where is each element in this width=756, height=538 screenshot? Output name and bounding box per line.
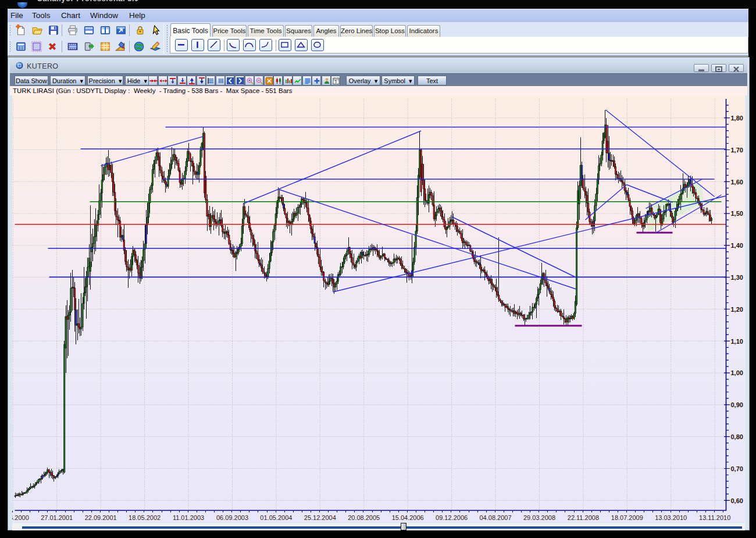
svg-text:1,00: 1,00 [730,369,743,376]
svg-text:03.06.2000: 03.06.2000 [12,514,29,521]
svg-text:18.05.2002: 18.05.2002 [129,514,161,521]
svg-text:13.03.2010: 13.03.2010 [655,514,687,521]
svg-text:18.07.2009: 18.07.2009 [611,514,643,521]
svg-text:1,20: 1,20 [730,306,743,313]
svg-text:09.12.2006: 09.12.2006 [436,514,468,521]
svg-text:20.08.2005: 20.08.2005 [348,514,380,521]
svg-text:22.11.2008: 22.11.2008 [567,514,598,521]
svg-text:22.09.2001: 22.09.2001 [84,514,116,521]
svg-text:1,50: 1,50 [730,210,743,217]
svg-text:0,60: 0,60 [730,497,743,504]
svg-text:1,10: 1,10 [730,338,743,345]
svg-text:0,80: 0,80 [730,433,743,440]
svg-text:29.03.2008: 29.03.2008 [523,514,555,521]
svg-text:06.09.2003: 06.09.2003 [216,514,248,521]
svg-text:1,70: 1,70 [730,147,743,154]
svg-text:0,70: 0,70 [730,465,743,472]
svg-text:1,80: 1,80 [730,115,743,122]
svg-text:1,60: 1,60 [730,179,743,186]
svg-text:11.01.2003: 11.01.2003 [172,514,204,521]
svg-text:0,90: 0,90 [730,401,743,408]
svg-text:04.08.2007: 04.08.2007 [479,514,511,521]
svg-text:15.04.2006: 15.04.2006 [391,514,423,521]
svg-text:25.12.2004: 25.12.2004 [304,514,336,521]
svg-text:5: 5 [334,80,337,84]
svg-text:1,30: 1,30 [730,274,743,281]
svg-text:1,40: 1,40 [730,242,743,249]
svg-text:13.11.2010: 13.11.2010 [699,514,730,521]
svg-text:01.05.2004: 01.05.2004 [260,514,292,521]
svg-text:27.01.2001: 27.01.2001 [41,514,73,521]
